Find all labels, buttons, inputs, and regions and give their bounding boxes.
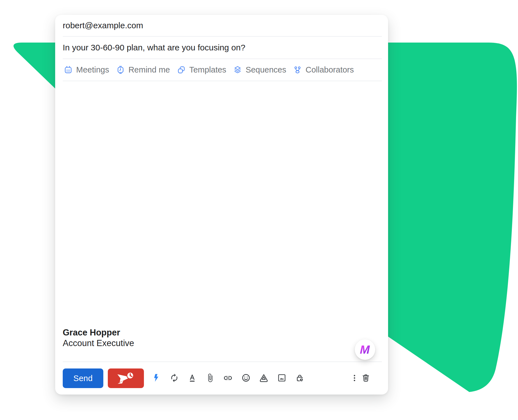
emoji-icon xyxy=(241,373,251,383)
paper-plane-clock-icon xyxy=(116,369,136,388)
meetings-button[interactable]: Meetings xyxy=(64,65,109,74)
text-format-button[interactable] xyxy=(183,369,201,387)
mixmax-avatar[interactable]: M xyxy=(355,339,375,360)
more-vert-icon xyxy=(350,374,359,383)
remind-me-label: Remind me xyxy=(129,65,170,74)
templates-label: Templates xyxy=(189,65,226,74)
compose-action-bar: Meetings Remind me Templates xyxy=(55,59,388,81)
insert-from-drive-button[interactable] xyxy=(255,369,273,387)
watch-clock-icon xyxy=(116,66,125,74)
subject-value: In your 30-60-90 plan, what are you focu… xyxy=(63,43,245,52)
insert-image-button[interactable] xyxy=(273,369,291,387)
mixmax-logo: M xyxy=(359,344,371,356)
sync-button[interactable] xyxy=(165,369,183,387)
subject-field[interactable]: In your 30-60-90 plan, what are you focu… xyxy=(55,37,388,59)
lightning-icon xyxy=(152,373,161,383)
remind-me-button[interactable]: Remind me xyxy=(116,65,170,74)
lightning-button[interactable] xyxy=(147,369,165,387)
insert-emoji-button[interactable] xyxy=(237,369,255,387)
compose-window: robert@example.com In your 30-60-90 plan… xyxy=(55,15,388,395)
templates-button[interactable]: Templates xyxy=(177,65,226,74)
signature-name: Grace Hopper xyxy=(63,327,134,338)
link-icon xyxy=(223,373,233,384)
send-label: Send xyxy=(73,374,93,383)
sequences-label: Sequences xyxy=(246,65,286,74)
confidential-mode-button[interactable] xyxy=(291,369,309,387)
trash-icon xyxy=(361,373,370,383)
meetings-label: Meetings xyxy=(76,65,109,74)
sync-icon xyxy=(170,373,179,383)
layers-stack-icon xyxy=(233,66,242,74)
insert-link-button[interactable] xyxy=(219,369,237,387)
discard-draft-button[interactable] xyxy=(360,369,371,387)
collaborators-button[interactable]: Collaborators xyxy=(293,65,354,74)
signature-title: Account Executive xyxy=(63,338,134,349)
message-body[interactable]: Grace Hopper Account Executive xyxy=(55,81,388,361)
templates-copy-icon xyxy=(177,66,186,74)
compose-toolbar: Send xyxy=(55,362,388,395)
drive-icon xyxy=(259,373,269,384)
email-signature: Grace Hopper Account Executive xyxy=(63,327,134,349)
collaborators-group-icon xyxy=(293,66,302,74)
calendar-icon xyxy=(64,66,73,74)
sequences-button[interactable]: Sequences xyxy=(233,65,286,74)
paperclip-icon xyxy=(206,373,215,383)
send-button[interactable]: Send xyxy=(63,368,103,388)
send-later-button[interactable] xyxy=(108,368,144,388)
lock-clock-icon xyxy=(295,373,304,383)
image-icon xyxy=(277,373,286,383)
more-options-button[interactable] xyxy=(349,369,360,387)
attach-file-button[interactable] xyxy=(201,369,219,387)
to-field[interactable]: robert@example.com xyxy=(55,15,388,36)
to-value: robert@example.com xyxy=(63,21,143,30)
collaborators-label: Collaborators xyxy=(305,65,354,74)
text-format-icon xyxy=(188,373,197,383)
